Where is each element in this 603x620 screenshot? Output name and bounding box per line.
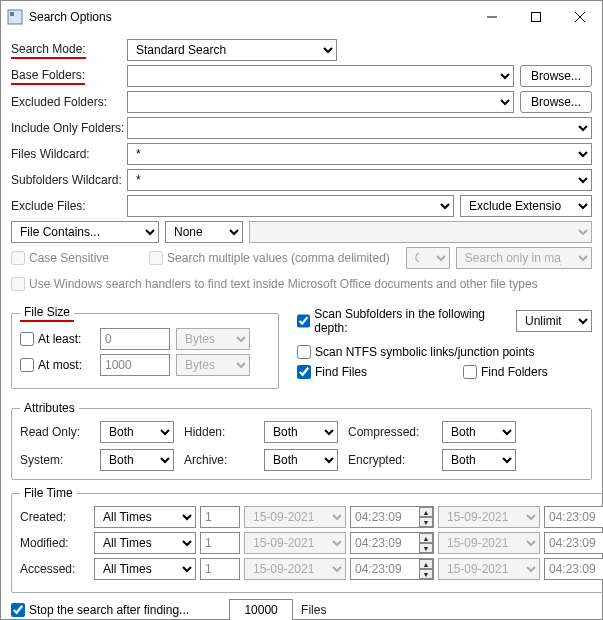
contains-value-select <box>249 221 592 243</box>
base-folders-select[interactable] <box>127 65 514 87</box>
modified-date1: 15-09-2021 <box>244 532 346 554</box>
find-folders-check[interactable]: Find Folders <box>463 365 548 379</box>
spin-up-icon: ▲ <box>419 533 433 543</box>
case-sensitive-check[interactable]: Case Sensitive <box>11 251 109 265</box>
read-only-select[interactable]: Both <box>100 421 174 443</box>
app-icon <box>7 9 23 25</box>
accessed-num <box>200 558 240 580</box>
system-label: System: <box>20 453 90 467</box>
excluded-folders-select[interactable] <box>127 91 514 113</box>
at-least-input <box>100 328 170 350</box>
depth-select[interactable]: Unlimited <box>516 310 592 332</box>
spin-up-icon: ▲ <box>419 507 433 517</box>
spin-down-icon: ▼ <box>419 569 433 579</box>
stop-count-input[interactable] <box>229 599 293 620</box>
encrypted-label: Encrypted: <box>348 453 432 467</box>
find-files-check[interactable]: Find Files <box>297 365 367 379</box>
spin-down-icon: ▼ <box>419 517 433 527</box>
exclude-files-label: Exclude Files: <box>11 199 127 213</box>
browse-base-button[interactable]: Browse... <box>520 65 592 87</box>
created-num <box>200 506 240 528</box>
created-mode-select[interactable]: All Times <box>94 506 196 528</box>
contains-mode-select[interactable]: None <box>165 221 243 243</box>
svg-rect-3 <box>532 13 541 22</box>
at-most-unit: Bytes <box>176 354 250 376</box>
read-only-label: Read Only: <box>20 425 90 439</box>
include-only-label: Include Only Folders: <box>11 121 127 135</box>
svg-rect-1 <box>10 12 14 16</box>
accessed-label: Accessed: <box>20 562 90 576</box>
files-wildcard-label: Files Wildcard: <box>11 147 127 161</box>
modified-num <box>200 532 240 554</box>
exclude-ext-select[interactable]: Exclude Extensions List <box>460 195 592 217</box>
minimize-button[interactable] <box>470 2 514 32</box>
at-most-check[interactable]: At most: <box>20 358 94 372</box>
modified-mode-select[interactable]: All Times <box>94 532 196 554</box>
spin-up-icon: ▲ <box>419 559 433 569</box>
accessed-mode-select[interactable]: All Times <box>94 558 196 580</box>
hidden-label: Hidden: <box>184 425 254 439</box>
base-folders-label: Base Folders: <box>11 68 127 85</box>
spin-down-icon: ▼ <box>419 543 433 553</box>
browse-excluded-button[interactable]: Browse... <box>520 91 592 113</box>
subfolders-wildcard-select[interactable]: * <box>127 169 592 191</box>
at-least-unit: Bytes <box>176 328 250 350</box>
accessed-date2: 15-09-2021 <box>438 558 540 580</box>
file-time-legend: File Time <box>20 486 77 500</box>
search-mode-label: Search Mode: <box>11 42 127 59</box>
compressed-label: Compressed: <box>348 425 432 439</box>
modified-label: Modified: <box>20 536 90 550</box>
created-date2: 15-09-2021 <box>438 506 540 528</box>
accessed-time2 <box>544 558 603 580</box>
files-wildcard-select[interactable]: * <box>127 143 592 165</box>
file-size-legend: File Size <box>20 305 74 322</box>
modified-time2 <box>544 532 603 554</box>
close-window-button[interactable] <box>558 2 602 32</box>
created-date1: 15-09-2021 <box>244 506 346 528</box>
file-contains-select[interactable]: File Contains... <box>11 221 159 243</box>
system-select[interactable]: Both <box>100 449 174 471</box>
files-unit-label: Files <box>301 603 326 617</box>
scan-ntfs-check[interactable]: Scan NTFS symbolic links/junction points <box>297 345 592 359</box>
subfolders-wildcard-label: Subfolders Wildcard: <box>11 173 127 187</box>
modified-date2: 15-09-2021 <box>438 532 540 554</box>
window-title: Search Options <box>29 10 470 24</box>
search-mode-select[interactable]: Standard Search <box>127 39 337 61</box>
multiple-values-check[interactable]: Search multiple values (comma delimited) <box>149 251 390 265</box>
or-select: Or <box>406 247 450 269</box>
archive-label: Archive: <box>184 453 254 467</box>
maximize-button[interactable] <box>514 2 558 32</box>
created-time2 <box>544 506 603 528</box>
created-label: Created: <box>20 510 90 524</box>
stop-after-check[interactable]: Stop the search after finding... <box>11 603 189 617</box>
accessed-date1: 15-09-2021 <box>244 558 346 580</box>
encrypted-select[interactable]: Both <box>442 449 516 471</box>
at-least-check[interactable]: At least: <box>20 332 94 346</box>
exclude-files-select[interactable] <box>127 195 454 217</box>
attributes-legend: Attributes <box>20 401 79 415</box>
hidden-select[interactable]: Both <box>264 421 338 443</box>
use-handlers-check[interactable]: Use Windows search handlers to find text… <box>11 277 538 291</box>
include-only-select[interactable] <box>127 117 592 139</box>
scan-subfolders-check[interactable]: Scan Subfolders in the following depth: <box>297 307 510 335</box>
at-most-input <box>100 354 170 376</box>
compressed-select[interactable]: Both <box>442 421 516 443</box>
major-streams-select: Search only in major streams <box>456 247 592 269</box>
excluded-folders-label: Excluded Folders: <box>11 95 127 109</box>
archive-select[interactable]: Both <box>264 449 338 471</box>
